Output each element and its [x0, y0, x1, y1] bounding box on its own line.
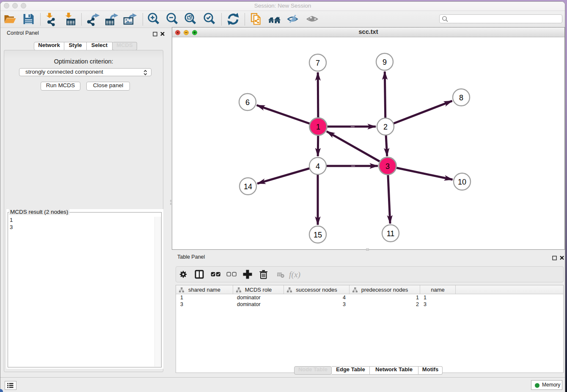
- svg-text:8: 8: [459, 94, 463, 102]
- svg-text:3: 3: [385, 162, 390, 171]
- svg-text:9: 9: [383, 58, 387, 66]
- svg-text:14: 14: [244, 182, 252, 191]
- svg-text:10: 10: [458, 178, 466, 186]
- svg-text:15: 15: [314, 231, 322, 239]
- svg-text:f(x): f(x): [289, 270, 300, 279]
- svg-text:11: 11: [387, 229, 395, 238]
- svg-text:1: 1: [316, 123, 320, 131]
- svg-text:6: 6: [245, 98, 250, 107]
- svg-text:4: 4: [316, 162, 320, 171]
- svg-text:7: 7: [316, 59, 320, 67]
- svg-text:2: 2: [383, 123, 388, 131]
